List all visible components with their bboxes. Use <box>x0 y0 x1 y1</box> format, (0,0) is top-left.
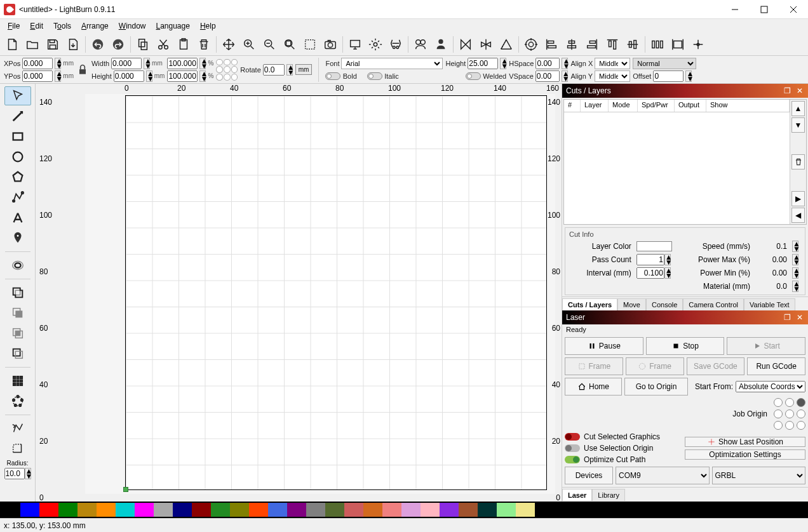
draw-line-tool[interactable] <box>4 107 31 126</box>
delete-button[interactable] <box>194 35 213 54</box>
boolean-subtract-tool[interactable] <box>4 303 31 323</box>
speed-spinner[interactable]: ▲▼ <box>792 241 798 252</box>
boolean-intersect-tool[interactable] <box>4 324 31 343</box>
panel-undock-icon[interactable]: ❐ <box>783 313 791 322</box>
boolean-union-tool[interactable] <box>4 344 31 363</box>
layer-delete-button[interactable] <box>791 154 805 170</box>
menu-file[interactable]: File <box>3 20 25 32</box>
radial-array-tool[interactable] <box>4 392 31 411</box>
text-tool[interactable] <box>4 208 31 227</box>
job-origin-grid[interactable] <box>774 398 805 430</box>
position-tool[interactable] <box>4 229 31 248</box>
color-swatch[interactable] <box>20 503 39 517</box>
color-swatch[interactable] <box>382 503 401 517</box>
color-swatch[interactable] <box>192 503 211 517</box>
undo-button[interactable] <box>88 35 107 54</box>
tab-laser[interactable]: Laser <box>562 489 592 501</box>
menu-language[interactable]: Language <box>151 20 194 32</box>
align-hcenter-button[interactable] <box>623 35 642 54</box>
font-height-input[interactable] <box>468 58 498 69</box>
polygon-tool[interactable] <box>4 168 31 187</box>
open-button[interactable] <box>23 35 42 54</box>
go-to-origin-button[interactable]: Go to Origin <box>624 378 688 396</box>
cut-button[interactable] <box>154 35 173 54</box>
import-button[interactable] <box>64 35 83 54</box>
preview-button[interactable] <box>346 35 365 54</box>
edit-path-start-tool[interactable] <box>4 419 31 438</box>
frame-rect-button[interactable]: Frame <box>565 357 623 375</box>
color-swatch[interactable] <box>344 503 363 517</box>
layer-right-button[interactable]: ▶ <box>791 191 805 206</box>
color-swatch[interactable] <box>173 503 192 517</box>
align-center-button[interactable] <box>522 35 541 54</box>
color-swatch[interactable] <box>77 503 97 517</box>
menu-help[interactable]: Help <box>195 20 221 32</box>
flip-h-button[interactable] <box>456 35 475 54</box>
powermin-spinner[interactable]: ▲▼ <box>792 267 798 279</box>
xpos-input[interactable] <box>22 58 53 69</box>
copy-button[interactable] <box>133 35 152 54</box>
zoom-out-button[interactable] <box>260 35 279 54</box>
save-button[interactable] <box>43 35 62 54</box>
frame-hull-button[interactable]: Frame <box>626 357 684 375</box>
color-swatch[interactable] <box>135 503 154 517</box>
offset-input[interactable] <box>653 70 683 82</box>
weld-tool[interactable] <box>4 283 31 302</box>
tab-console[interactable]: Console <box>646 298 683 310</box>
radius-tool[interactable] <box>4 439 31 458</box>
color-swatch[interactable] <box>363 503 382 517</box>
radius-input[interactable] <box>4 468 25 479</box>
color-swatch[interactable] <box>249 503 268 517</box>
optimization-settings-button[interactable]: Optimization Settings <box>685 449 805 460</box>
paste-button[interactable] <box>174 35 193 54</box>
rotate-input[interactable] <box>263 64 285 76</box>
lock-icon[interactable] <box>76 63 89 76</box>
start-button[interactable]: Start <box>727 337 805 355</box>
show-last-position-button[interactable]: Show Last Position <box>685 437 805 447</box>
tab-camera-control[interactable]: Camera Control <box>683 298 744 310</box>
redo-button[interactable] <box>109 35 128 54</box>
menu-arrange[interactable]: Arrange <box>76 20 114 32</box>
ypos-input[interactable] <box>22 70 53 82</box>
distribute-v-button[interactable] <box>668 35 687 54</box>
offset-tool[interactable] <box>4 256 31 275</box>
color-swatch[interactable] <box>154 503 173 517</box>
unit-toggle-button[interactable]: mm <box>295 64 313 75</box>
powermax-spinner[interactable]: ▲▼ <box>792 254 798 265</box>
new-button[interactable] <box>3 35 22 54</box>
layer-color-swatch[interactable] <box>636 241 672 251</box>
move-to-button[interactable] <box>689 35 708 54</box>
save-gcode-button[interactable]: Save GCode <box>687 357 745 375</box>
col-mode[interactable]: Mode <box>609 100 638 112</box>
color-swatch[interactable] <box>97 503 116 517</box>
font-select[interactable]: Arial <box>341 58 443 69</box>
device-settings-button[interactable] <box>386 35 405 54</box>
align-vcenter-button[interactable] <box>562 35 581 54</box>
color-swatch[interactable] <box>516 503 535 517</box>
vspace-input[interactable] <box>535 70 560 82</box>
ungroup-button[interactable] <box>431 35 450 54</box>
layer-down-button[interactable]: ▼ <box>791 117 805 133</box>
panel-close-icon[interactable]: ✕ <box>795 86 804 95</box>
anchor-grid[interactable] <box>216 59 238 81</box>
color-swatch[interactable] <box>287 503 306 517</box>
tab-library[interactable]: Library <box>592 489 625 501</box>
menu-edit[interactable]: Edit <box>25 20 48 32</box>
work-area[interactable] <box>125 95 547 490</box>
bold-toggle[interactable] <box>325 72 340 80</box>
color-swatch[interactable] <box>440 503 459 517</box>
run-gcode-button[interactable]: Run GCode <box>747 357 805 375</box>
port-select[interactable]: COM9 <box>616 467 710 484</box>
aligny-select[interactable]: Middle <box>595 70 630 82</box>
pass-count-input[interactable] <box>636 254 664 265</box>
panel-undock-icon[interactable]: ❐ <box>783 86 791 95</box>
zoom-frame-button[interactable] <box>280 35 299 54</box>
stop-button[interactable]: Stop <box>646 337 725 355</box>
zoom-selection-button[interactable] <box>300 35 320 54</box>
device-select[interactable]: GRBL <box>712 467 806 484</box>
menu-tools[interactable]: Tools <box>48 20 76 32</box>
mirror-button[interactable] <box>497 35 516 54</box>
settings-button[interactable] <box>366 35 385 54</box>
select-tool[interactable] <box>4 86 31 105</box>
flip-v-button[interactable] <box>476 35 495 54</box>
